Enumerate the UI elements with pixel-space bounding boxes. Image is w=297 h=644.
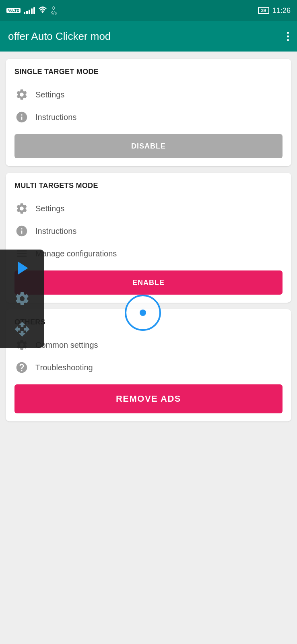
battery-icon: 39 xyxy=(258,7,269,14)
multi-targets-mode-card: MULTI TARGETS MODE Settings Instructions xyxy=(6,173,291,303)
multi-target-instructions-item[interactable]: Instructions xyxy=(14,220,283,242)
battery-container: 39 xyxy=(258,7,269,14)
single-target-instructions-item[interactable]: Instructions xyxy=(14,106,283,128)
single-target-mode-card: SINGLE TARGET MODE Settings Instructions… xyxy=(6,59,291,166)
status-bar: VoLTE 0 K/s 39 11:26 xyxy=(0,0,297,21)
app-title: offer Auto Clicker mod xyxy=(8,30,111,43)
single-target-mode-title: SINGLE TARGET MODE xyxy=(14,68,283,76)
toolbar-settings-button[interactable] xyxy=(4,284,40,313)
info-multi-icon xyxy=(14,224,29,238)
multi-targets-mode-title: MULTI TARGETS MODE xyxy=(14,182,283,190)
move-button[interactable] xyxy=(4,315,40,344)
svg-marker-1 xyxy=(18,262,28,275)
multi-target-instructions-label: Instructions xyxy=(35,227,76,236)
common-settings-label: Common settings xyxy=(35,341,98,350)
single-target-settings-item[interactable]: Settings xyxy=(14,83,283,106)
info-icon xyxy=(14,110,29,124)
multi-target-settings-label: Settings xyxy=(35,204,64,213)
wifi-icon xyxy=(38,6,47,15)
signal-bars-icon xyxy=(24,7,35,14)
single-target-instructions-label: Instructions xyxy=(35,113,76,122)
troubleshooting-label: Troubleshooting xyxy=(35,363,93,372)
single-target-settings-label: Settings xyxy=(35,90,64,99)
common-settings-item[interactable]: Common settings xyxy=(14,334,283,356)
settings-icon xyxy=(14,87,29,102)
help-icon xyxy=(14,360,29,375)
data-speed: 0 K/s xyxy=(50,6,57,15)
remove-ads-button[interactable]: REMOVE ADS xyxy=(14,384,283,413)
multi-target-manage-item[interactable]: Manage configurations xyxy=(14,242,283,265)
time-display: 11:26 xyxy=(272,6,291,15)
target-indicator xyxy=(125,295,161,331)
settings-multi-icon xyxy=(14,201,29,216)
floating-toolbar xyxy=(0,250,44,348)
volte-badge: VoLTE xyxy=(6,8,21,13)
multi-target-settings-item[interactable]: Settings xyxy=(14,197,283,220)
app-header: offer Auto Clicker mod xyxy=(0,21,297,52)
status-bar-right: 39 11:26 xyxy=(258,6,291,15)
svg-point-0 xyxy=(42,12,43,13)
target-dot xyxy=(140,310,146,316)
troubleshooting-item[interactable]: Troubleshooting xyxy=(14,356,283,379)
status-bar-left: VoLTE 0 K/s xyxy=(6,6,57,15)
enable-button[interactable]: ENABLE xyxy=(14,270,283,295)
more-vert-icon[interactable] xyxy=(287,32,289,41)
multi-target-manage-label: Manage configurations xyxy=(35,249,117,258)
play-button[interactable] xyxy=(4,254,40,283)
main-content: SINGLE TARGET MODE Settings Instructions… xyxy=(0,52,297,429)
disable-button[interactable]: DISABLE xyxy=(14,134,283,158)
